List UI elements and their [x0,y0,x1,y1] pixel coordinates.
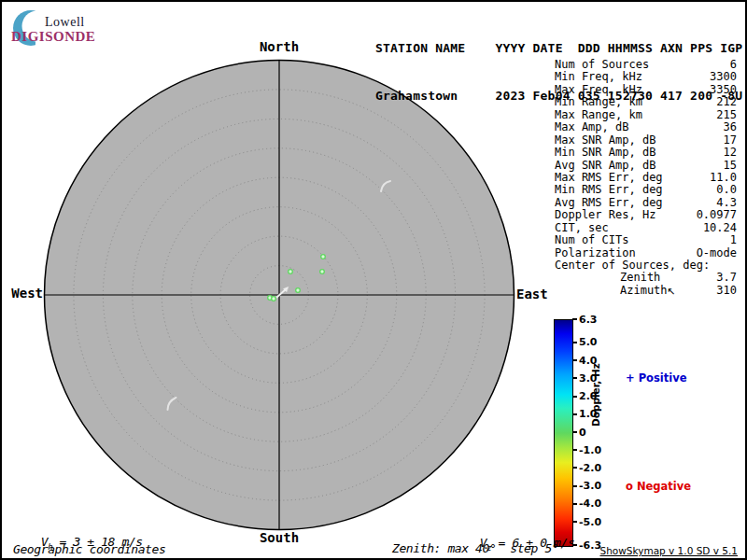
parameter-row: Azimuth 310 [555,285,737,297]
parameter-row: CIT, sec 10.24 [555,222,737,234]
parameter-value: 0.0 [716,184,737,196]
colorbar-tick-label: -5.0 [579,517,616,527]
parameter-row: Max SNR Amp, dB 17 [555,134,737,147]
parameter-label: Doppler Res, Hz [555,209,655,221]
skymap-window: Lowell DIGISONDE STATION NAME YYYY DATE … [0,0,747,560]
logo-lowell-text: Lowell [45,15,85,30]
parameter-label: Max Amp, dB [555,121,628,133]
parameter-row: Avg RMS Err, deg 4.3 [555,197,737,209]
parameter-row: Max Freq, kHz 3350 [555,84,737,96]
mouse-cursor-icon: ↖ [667,286,675,298]
parameter-row: Min SNR Amp, dB 12 [555,147,737,159]
parameter-value: 4.3 [716,197,737,209]
logo-digisonde-text: DIGISONDE [11,29,95,45]
colorbar-tick-mark [572,485,577,487]
doppler-source-dot [320,270,325,274]
compass-north-label: North [233,39,326,54]
parameter-label: Zenith [555,272,660,284]
parameter-row: Max Range, km 215 [555,109,737,121]
parameter-row: Max Amp, dB 36 [555,121,737,133]
parameter-value: 3300 [710,71,737,83]
parameter-value: 12 [724,147,737,159]
colorbar-tick-mark [572,377,577,379]
parameter-value: 15 [724,160,737,172]
zenith-scale-label: Zenith: max 40° step 5° [392,541,558,555]
parameter-value: 310 [716,285,737,297]
parameter-row: Num of CITs 1 [555,234,737,246]
legend-positive-doppler: + Positive [626,371,687,385]
compass-west-label: West [4,286,43,301]
colorbar-axis-title: Doppler, Hz [590,363,601,427]
parameter-label: Num of CITs [555,234,628,246]
colorbar-tick-mark [572,413,577,415]
parameter-value: 1 [730,234,737,246]
parameter-value: 215 [716,109,737,121]
coordinate-system-label: Geographic coordinates [13,542,165,556]
parameter-label: Min Freq, kHz [555,71,642,83]
legend-negative-doppler: o Negative [626,480,691,493]
parameter-label: Avg SNR Amp, dB [555,160,655,172]
doppler-colorbar [554,319,573,547]
colorbar-tick-label: -1.0 [579,445,616,455]
colorbar-tick-label: 5.0 [579,337,616,347]
software-version-label: ShowSkymap v 1.0 SD v 5.1 [599,545,738,556]
parameter-label: Max RMS Err, deg [555,172,663,184]
parameter-label: Avg RMS Err, deg [555,197,663,209]
colorbar-tick-label: 0 [579,427,616,438]
colorbar-tick-label: -2.0 [579,463,616,473]
parameter-value: 3350 [710,84,737,96]
parameter-row: Zenith 3.7 [555,272,737,284]
parameter-label: Center of Sources, deg: [555,259,710,272]
parameter-label: CIT, sec [555,222,609,234]
colorbar-tick-label: -3.0 [579,481,616,491]
colorbar-tick-label: -4.0 [579,498,616,509]
parameter-value: 11.0 [710,172,737,184]
parameter-row: Center of Sources, deg: [555,259,737,272]
parameter-value: 17 [724,134,737,147]
parameter-row: Max RMS Err, deg 11.0 [555,172,737,184]
doppler-source-dot [272,297,276,301]
parameter-value: 212 [716,96,737,108]
parameter-row: Polarization O-mode [555,247,737,259]
colorbar-tick-mark [572,342,577,343]
doppler-source-dot [289,270,293,274]
colorbar-tick-mark [572,503,577,505]
parameter-row: Min Freq, kHz 3300 [555,71,737,83]
colorbar-tick-mark [572,318,577,320]
parameter-label: Max Range, km [555,109,642,121]
parameter-value: 36 [724,121,737,133]
parameter-row: Min RMS Err, deg 0.0 [555,184,737,196]
parameter-label: Max Freq, kHz [555,84,642,96]
doppler-source-dot [296,288,301,293]
parameter-label: Max SNR Amp, dB [555,134,655,147]
parameter-value: 6 [730,59,737,71]
measurement-parameters-list: Num of Sources 6 Min Freq, kHz 3300 Max … [555,59,737,297]
colorbar-tick-mark [572,431,577,433]
parameter-label: Min RMS Err, deg [555,184,663,196]
colorbar-tick-label: 6.3 [579,315,616,325]
parameter-row: Avg SNR Amp, dB 15 [555,160,737,172]
parameter-row: Num of Sources 6 [555,59,737,71]
colorbar-tick-mark [572,396,577,398]
colorbar-tick-mark [572,359,577,361]
header-column-titles: STATION NAME YYYY DATE DDD HHMMSS AXN PP… [375,40,742,56]
colorbar-tick-mark [572,467,577,469]
colorbar-tick-mark [572,449,577,451]
doppler-source-dot [321,255,326,259]
parameter-value: 0.0977 [697,209,737,221]
parameter-value: 3.7 [716,272,737,284]
parameter-label: Polarization [555,247,636,259]
parameter-label: Min Range, km [555,96,642,108]
parameter-label: Num of Sources [555,59,649,71]
parameter-row: Min Range, km 212 [555,96,737,108]
parameter-row: Doppler Res, Hz 0.0977 [555,209,737,221]
parameter-value: 10.24 [703,222,737,234]
parameter-label: Azimuth [555,285,668,297]
parameter-value: O-mode [697,247,737,259]
compass-south-label: South [233,530,326,545]
parameter-label: Min SNR Amp, dB [555,147,655,159]
lowell-digisonde-logo: Lowell DIGISONDE [9,7,121,49]
